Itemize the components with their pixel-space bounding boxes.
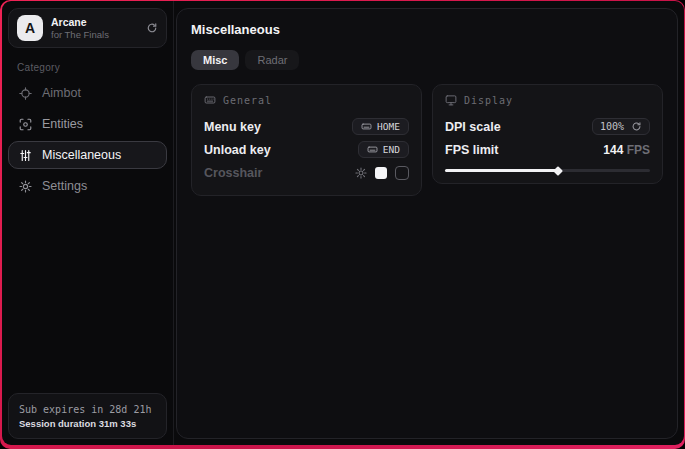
app-logo: A — [17, 15, 43, 41]
dpi-scale-label: DPI scale — [445, 120, 501, 134]
dpi-scale-control[interactable]: 100% — [592, 118, 650, 135]
sidebar-item-label: Entities — [42, 117, 83, 131]
fps-unit: FPS — [627, 143, 650, 157]
fps-limit-slider[interactable] — [445, 169, 650, 172]
refresh-icon — [631, 121, 642, 132]
sidebar-item-entities[interactable]: Entities — [8, 110, 167, 138]
menu-key-label: Menu key — [204, 120, 261, 134]
fps-slider-fill — [445, 169, 558, 172]
app-window: A Arcane for The Finals Category — [2, 1, 684, 445]
sidebar-item-aimbot[interactable]: Aimbot — [8, 79, 167, 107]
keyboard-icon — [361, 121, 372, 132]
sidebar-item-settings[interactable]: Settings — [8, 172, 167, 200]
tab-bar: Misc Radar — [191, 50, 663, 70]
sidebar-item-label: Settings — [42, 179, 87, 193]
unload-key-value: END — [383, 144, 400, 155]
menu-key-value: HOME — [377, 121, 400, 132]
logo-text: Arcane for The Finals — [51, 16, 138, 41]
session-duration-text: Session duration 31m 33s — [19, 417, 156, 431]
sidebar-item-label: Miscellaneous — [42, 148, 121, 162]
settings-cards-row: General Menu key HOME — [191, 84, 663, 196]
fps-slider-thumb[interactable] — [553, 166, 563, 176]
fps-number: 144 — [603, 143, 623, 157]
crosshair-icon — [18, 87, 32, 100]
category-label: Category — [17, 62, 173, 73]
keyboard-icon — [204, 94, 216, 106]
sidebar: A Arcane for The Finals Category — [2, 1, 174, 445]
unload-key-row: Unload key END — [204, 138, 409, 161]
display-panel: Display DPI scale 100% — [432, 84, 663, 184]
gear-icon — [18, 180, 32, 193]
dpi-scale-value: 100% — [600, 121, 624, 132]
crosshair-controls — [355, 166, 409, 180]
fps-limit-label: FPS limit — [445, 143, 498, 157]
general-panel-title: General — [223, 95, 272, 106]
fps-limit-value: 144 FPS — [603, 143, 650, 157]
window-frame: A Arcane for The Finals Category — [0, 0, 685, 449]
app-title: Arcane — [51, 16, 138, 29]
page-title: Miscellaneous — [191, 22, 663, 37]
dpi-scale-row: DPI scale 100% — [445, 115, 650, 138]
sub-expiry-text: Sub expires in 28d 21h — [19, 402, 156, 417]
crosshair-color-swatch[interactable] — [375, 167, 387, 179]
crosshair-settings-gear-icon[interactable] — [355, 167, 367, 179]
refresh-icon[interactable] — [146, 22, 158, 34]
unload-key-label: Unload key — [204, 143, 271, 157]
sidebar-nav: Aimbot Entities — [2, 79, 173, 200]
general-panel: General Menu key HOME — [191, 84, 422, 196]
display-panel-title: Display — [464, 95, 513, 106]
main-area: Miscellaneous Misc Radar — [174, 1, 684, 445]
sidebar-item-label: Aimbot — [42, 86, 81, 100]
menu-key-bind-button[interactable]: HOME — [352, 118, 409, 135]
crosshair-label: Crosshair — [204, 166, 262, 180]
logo-card: A Arcane for The Finals — [8, 8, 167, 48]
tab-radar[interactable]: Radar — [245, 50, 299, 70]
sliders-icon — [18, 149, 32, 162]
app-subtitle: for The Finals — [51, 29, 138, 41]
fps-limit-row: FPS limit 144 FPS — [445, 138, 650, 161]
scan-icon — [18, 118, 32, 131]
general-panel-header: General — [204, 94, 409, 106]
tab-misc[interactable]: Misc — [191, 50, 239, 70]
crosshair-row: Crosshair — [204, 161, 409, 184]
display-panel-header: Display — [445, 94, 650, 106]
sidebar-spacer — [2, 200, 173, 393]
keyboard-icon — [367, 144, 378, 155]
subscription-card: Sub expires in 28d 21h Session duration … — [8, 393, 167, 439]
monitor-icon — [445, 94, 457, 106]
unload-key-bind-button[interactable]: END — [358, 141, 409, 158]
crosshair-checkbox[interactable] — [395, 166, 409, 180]
main-card: Miscellaneous Misc Radar — [176, 8, 678, 439]
sidebar-item-miscellaneous[interactable]: Miscellaneous — [8, 141, 167, 169]
menu-key-row: Menu key HOME — [204, 115, 409, 138]
